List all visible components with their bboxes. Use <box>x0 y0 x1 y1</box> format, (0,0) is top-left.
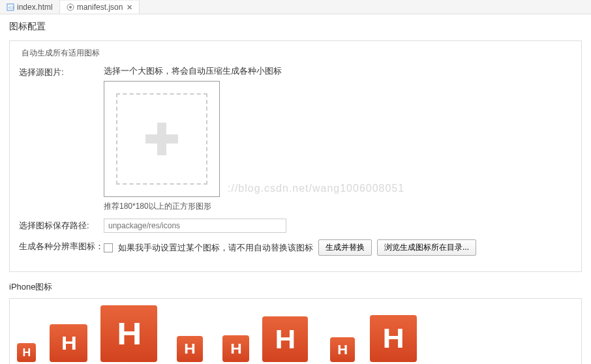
iphone-icons-section: iPhone图标 H 29*29 H 58*58 H 87*87 H 80*80 <box>0 281 591 364</box>
recommend-text: 推荐180*180以上的正方形图形 <box>104 201 572 212</box>
h-icon: H <box>177 336 203 362</box>
panel-title: 自动生成所有适用图标 <box>19 48 102 59</box>
h-icon: H <box>100 305 157 362</box>
browse-output-button[interactable]: 浏览生成图标所在目录... <box>377 239 476 256</box>
h-icon: H <box>330 337 355 362</box>
skip-manual-checkbox[interactable] <box>104 243 113 252</box>
svg-point-3 <box>69 6 72 8</box>
source-image-label: 选择源图片: <box>19 65 104 78</box>
source-image-hint: 选择一个大图标，将会自动压缩生成各种小图标 <box>104 65 572 77</box>
h-icon: H <box>222 335 249 362</box>
icon-groups: H 29*29 H 58*58 H 87*87 H 80*80 H 57*57 <box>9 298 582 364</box>
plus-icon <box>145 123 178 155</box>
generate-button[interactable]: 生成并替换 <box>318 239 372 256</box>
checkbox-text: 如果我手动设置过某个图标，请不用自动替换该图标 <box>118 242 313 254</box>
page-title: 图标配置 <box>0 14 591 38</box>
tab-manifest-json[interactable]: manifest.json ✕ <box>60 0 140 14</box>
icon-cluster-2: H 80*80 <box>177 336 203 364</box>
tab-index-html[interactable]: <> index.html <box>0 0 60 14</box>
h-icon: H <box>50 324 87 362</box>
watermark-text: ://blog.csdn.net/wang1006008051 <box>228 183 404 194</box>
generate-label: 生成各种分辨率图标： <box>19 239 104 252</box>
h-icon: H <box>370 315 417 362</box>
icon-cluster-4: H 120*120 H 180*180 <box>327 315 417 364</box>
icon-item-57[interactable]: H 57*57 <box>222 335 249 364</box>
html-file-icon: <> <box>7 3 14 11</box>
auto-generate-panel: 自动生成所有适用图标 选择源图片: 选择一个大图标，将会自动压缩生成各种小图标 … <box>9 40 582 272</box>
iphone-icons-title: iPhone图标 <box>9 281 582 293</box>
icon-item-87[interactable]: H 87*87 <box>100 305 157 364</box>
dropzone-inner <box>116 93 207 185</box>
icon-item-58[interactable]: H 58*58 <box>50 324 87 364</box>
image-dropzone[interactable] <box>104 81 220 197</box>
h-icon: H <box>262 316 308 362</box>
save-path-label: 选择图标保存路径: <box>19 219 104 232</box>
h-icon: H <box>17 343 36 362</box>
svg-text:<>: <> <box>8 5 14 10</box>
icon-item-114[interactable]: H 114*114 <box>262 316 308 364</box>
json-file-icon <box>67 3 74 11</box>
icon-cluster-3: H 57*57 H 114*114 <box>222 316 308 364</box>
tab-label: index.html <box>17 3 53 12</box>
tab-label: manifest.json <box>77 3 123 12</box>
editor-tabs: <> index.html manifest.json ✕ <box>0 0 591 14</box>
save-path-input[interactable] <box>104 219 286 233</box>
icon-item-120[interactable]: H 120*120 <box>327 337 357 364</box>
icon-item-29[interactable]: H 29*29 <box>16 343 37 364</box>
icon-item-80[interactable]: H 80*80 <box>177 336 203 364</box>
close-icon[interactable]: ✕ <box>127 3 132 12</box>
icon-item-180[interactable]: H 180*180 <box>370 315 417 364</box>
icon-cluster-1: H 29*29 H 58*58 H 87*87 <box>16 305 157 364</box>
